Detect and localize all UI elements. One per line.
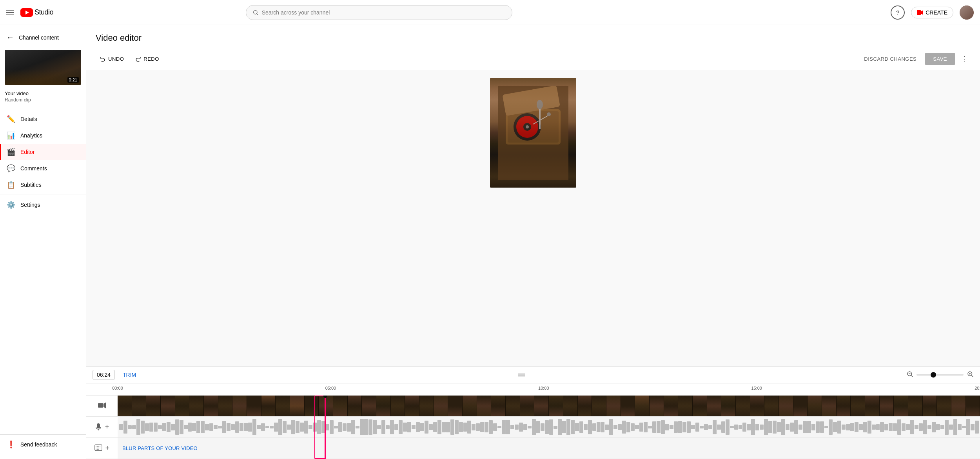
svg-rect-4: [917, 10, 921, 15]
waveform-bar: [863, 422, 867, 432]
blur-cta-button[interactable]: BLUR PARTS OF YOUR VIDEO: [122, 445, 198, 451]
svg-point-37: [96, 449, 96, 450]
waveform-bar: [188, 423, 192, 432]
preview-area: [86, 70, 980, 366]
waveform-bar: [721, 421, 725, 433]
audio-waveform: [118, 417, 980, 437]
waveform-bar: [704, 424, 708, 430]
sidebar-item-comments[interactable]: 💬 Comments: [0, 160, 86, 177]
waveform-bar: [975, 421, 979, 433]
waveform-bar: [803, 421, 807, 433]
waveform-bar: [846, 424, 850, 430]
studio-text: Studio: [34, 8, 53, 16]
trim-button[interactable]: TRIM: [123, 372, 136, 378]
svg-rect-28: [95, 445, 102, 450]
zoom-out-button[interactable]: [906, 370, 913, 379]
sidebar-item-analytics[interactable]: 📊 Analytics: [0, 127, 86, 144]
svg-point-34: [97, 448, 98, 448]
zoom-in-icon: [967, 370, 974, 378]
hamburger-menu[interactable]: [6, 10, 14, 15]
waveform-bar: [910, 420, 914, 434]
waveform-bar: [141, 421, 145, 433]
waveform-bar: [945, 420, 949, 435]
svg-rect-25: [98, 403, 103, 408]
waveform-bar: [739, 425, 742, 429]
waveform-bar: [781, 419, 785, 435]
back-to-channel[interactable]: ← Channel content: [0, 28, 86, 47]
captions-track-inner: BLUR PARTS OF YOUR VIDEO: [118, 438, 980, 459]
comments-label: Comments: [20, 165, 47, 172]
sidebar-item-editor[interactable]: 🎬 Editor: [0, 144, 86, 160]
zoom-slider[interactable]: [916, 374, 964, 376]
waveform-bar: [816, 421, 820, 433]
video-track-label: [86, 402, 118, 410]
analytics-icon: 📊: [6, 131, 16, 140]
search-bar[interactable]: [246, 5, 512, 20]
sidebar-item-feedback[interactable]: ❗ Send feedback: [0, 436, 86, 453]
sidebar-item-settings[interactable]: ⚙️ Settings: [0, 197, 86, 213]
menu-lines-icon: [518, 374, 525, 376]
waveform-bar: [915, 425, 918, 430]
discard-button[interactable]: DISCARD CHANGES: [858, 53, 922, 65]
waveform-bar: [575, 423, 579, 431]
settings-icon: ⚙️: [6, 201, 16, 209]
more-options-button[interactable]: ⋮: [958, 52, 971, 66]
waveform-bar: [502, 420, 506, 434]
sidebar-item-details[interactable]: ✏️ Details: [0, 111, 86, 127]
waveform-bar: [571, 420, 575, 434]
add-audio-button[interactable]: +: [105, 423, 109, 431]
create-button[interactable]: CREATE: [911, 7, 953, 18]
video-thumbnail[interactable]: 0:21: [5, 50, 81, 85]
add-captions-button[interactable]: +: [105, 444, 110, 452]
svg-point-35: [98, 448, 99, 448]
waveform-bar: [403, 423, 407, 432]
main-content: Video editor UNDO REDO: [86, 25, 980, 459]
waveform-bar: [880, 422, 884, 432]
video-title: Your video: [5, 90, 81, 96]
waveform-bar: [605, 425, 609, 430]
waveform-bar: [222, 421, 226, 433]
logo[interactable]: Studio: [20, 8, 53, 17]
redo-button[interactable]: REDO: [131, 53, 163, 64]
waveform-bar: [807, 421, 811, 433]
user-avatar[interactable]: [960, 5, 974, 20]
waveform-bar: [429, 424, 433, 430]
waveform-bar: [855, 422, 858, 432]
svg-point-32: [100, 446, 100, 447]
zoom-handle[interactable]: [931, 372, 936, 378]
waveform-bar: [824, 426, 828, 428]
waveform-bar: [326, 424, 330, 430]
waveform-bar: [128, 425, 132, 429]
sidebar-divider-3: [0, 434, 86, 435]
svg-marker-5: [921, 10, 923, 15]
waveform-bar: [665, 424, 669, 430]
waveform-bar: [966, 419, 970, 435]
help-button[interactable]: ?: [891, 5, 905, 20]
waveform-bar: [726, 419, 730, 435]
back-label: Channel content: [19, 34, 59, 41]
waveform-bar: [919, 423, 923, 431]
zoom-in-button[interactable]: [967, 370, 974, 379]
search-input[interactable]: [262, 9, 506, 16]
timeline-tracks-wrapper: +: [86, 396, 980, 459]
waveform-bar: [455, 420, 459, 434]
waveform-bar: [799, 425, 802, 429]
undo-button[interactable]: UNDO: [96, 53, 128, 64]
waveform-bar: [678, 421, 682, 434]
waveform-bar: [742, 423, 746, 432]
svg-point-29: [96, 446, 96, 447]
waveform-bar: [459, 422, 463, 432]
waveform-bar: [416, 422, 420, 432]
svg-point-36: [100, 448, 100, 448]
waveform-bar: [850, 423, 854, 432]
waveform-bar: [523, 424, 527, 430]
waveform-bar: [768, 421, 772, 433]
waveform-bar: [777, 422, 781, 432]
waveform-bar: [592, 423, 596, 431]
waveform-bar: [554, 426, 557, 429]
ruler-20: 20:15: [975, 386, 980, 390]
sidebar-item-subtitles[interactable]: 📋 Subtitles: [0, 177, 86, 193]
preview-placeholder: [498, 86, 568, 180]
save-button[interactable]: SAVE: [925, 53, 955, 65]
waveform-bar: [244, 423, 248, 431]
